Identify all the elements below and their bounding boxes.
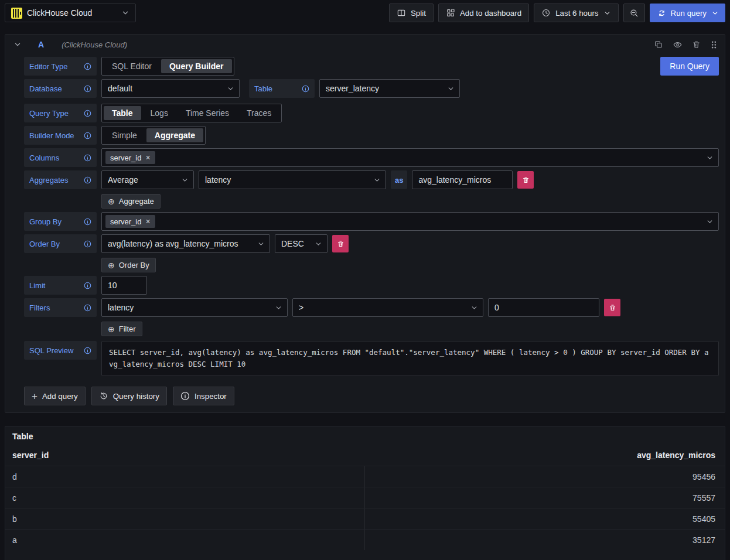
query-type-table[interactable]: Table bbox=[104, 106, 141, 120]
add-aggregate-button[interactable]: ⊕ Aggregate bbox=[101, 194, 161, 209]
info-icon[interactable] bbox=[84, 282, 91, 289]
info-icon[interactable] bbox=[302, 85, 309, 93]
chevron-down-icon bbox=[121, 9, 129, 17]
cell-avg-latency: 55405 bbox=[365, 508, 725, 529]
filter-operator-select[interactable]: > bbox=[292, 298, 483, 317]
info-icon[interactable] bbox=[84, 218, 91, 226]
panel-title: Table bbox=[5, 426, 725, 445]
drag-handle-icon[interactable] bbox=[710, 40, 718, 49]
chevron-down-icon bbox=[706, 154, 714, 162]
builder-mode-simple[interactable]: Simple bbox=[104, 128, 145, 142]
columns-label: Columns bbox=[24, 148, 97, 167]
order-by-label: Order By bbox=[24, 234, 97, 253]
editor-type-label: Editor Type bbox=[24, 57, 97, 76]
add-to-dashboard-button[interactable]: Add to dashboard bbox=[438, 4, 529, 22]
builder-mode-row: Builder Mode Simple Aggregate bbox=[24, 126, 719, 145]
remove-filter-button[interactable] bbox=[604, 299, 620, 316]
add-filter-button[interactable]: ⊕ Filter bbox=[101, 322, 142, 336]
filters-label: Filters bbox=[24, 298, 97, 317]
explore-toolbar: ClickHouse Cloud Split Add to dashboard … bbox=[0, 0, 730, 26]
zoom-out-time-button[interactable] bbox=[623, 4, 645, 22]
remove-pill-icon[interactable]: × bbox=[145, 217, 150, 226]
filter-value-input[interactable] bbox=[488, 298, 599, 317]
column-header-avg-latency[interactable]: avg_latency_micros bbox=[365, 450, 725, 460]
remove-pill-icon[interactable]: × bbox=[145, 153, 150, 162]
order-by-field-select[interactable]: avg(latency) as avg_latency_micros bbox=[101, 234, 270, 253]
toggle-visibility-icon[interactable] bbox=[673, 40, 683, 50]
query-builder-body: Editor Type SQL Editor Query Builder Run… bbox=[5, 54, 725, 412]
run-query-label: Run query bbox=[671, 9, 707, 18]
group-by-multiselect[interactable]: server_id × bbox=[101, 212, 719, 231]
query-ref-id[interactable]: A bbox=[38, 40, 44, 49]
info-icon[interactable] bbox=[84, 304, 91, 312]
datasource-picker[interactable]: ClickHouse Cloud bbox=[5, 4, 136, 22]
database-select[interactable]: default bbox=[101, 79, 240, 98]
info-icon[interactable] bbox=[84, 176, 91, 184]
sync-icon bbox=[657, 9, 666, 18]
query-row-actions bbox=[654, 40, 718, 50]
remove-aggregate-button[interactable] bbox=[517, 171, 534, 189]
info-icon[interactable] bbox=[84, 240, 91, 248]
trash-icon bbox=[522, 176, 530, 184]
add-order-by-row: ⊕ Order By bbox=[101, 258, 719, 272]
query-type-logs[interactable]: Logs bbox=[142, 106, 176, 120]
info-icon[interactable] bbox=[84, 154, 91, 162]
add-circle-icon: ⊕ bbox=[108, 325, 115, 333]
add-circle-icon: ⊕ bbox=[108, 261, 115, 269]
chevron-down-icon bbox=[447, 85, 455, 93]
run-query-button[interactable]: Run query bbox=[650, 4, 726, 22]
info-icon[interactable] bbox=[84, 63, 91, 70]
chevron-down-icon bbox=[706, 218, 714, 226]
delete-query-icon[interactable] bbox=[692, 40, 701, 49]
info-icon[interactable] bbox=[84, 85, 91, 93]
aggregate-function-select[interactable]: Average bbox=[101, 170, 194, 189]
info-icon[interactable] bbox=[84, 132, 91, 139]
add-query-button[interactable]: + Add query bbox=[24, 387, 86, 405]
aggregate-column-select[interactable]: latency bbox=[199, 170, 386, 189]
split-button[interactable]: Split bbox=[389, 4, 434, 22]
chevron-down-icon bbox=[257, 240, 265, 248]
collapse-chevron-icon[interactable] bbox=[13, 40, 22, 49]
inspector-button[interactable]: Inspector bbox=[173, 387, 234, 405]
query-history-button[interactable]: Query history bbox=[91, 387, 167, 405]
filter-column-select[interactable]: latency bbox=[101, 298, 288, 317]
table-label: Table bbox=[249, 79, 315, 98]
query-type-time-series[interactable]: Time Series bbox=[178, 106, 237, 120]
duplicate-query-icon[interactable] bbox=[654, 40, 663, 49]
remove-order-by-button[interactable] bbox=[332, 235, 349, 252]
add-order-by-button[interactable]: ⊕ Order By bbox=[101, 258, 156, 272]
limit-input[interactable] bbox=[101, 276, 147, 295]
columns-multiselect[interactable]: server_id × bbox=[101, 148, 719, 167]
datasource-hint: (ClickHouse Cloud) bbox=[62, 40, 127, 49]
chevron-down-icon bbox=[181, 176, 189, 184]
table-row: d 95456 bbox=[5, 466, 725, 487]
builder-mode-aggregate[interactable]: Aggregate bbox=[146, 128, 203, 142]
column-header-server-id[interactable]: server_id bbox=[5, 450, 365, 460]
builder-mode-switch: Simple Aggregate bbox=[101, 126, 206, 145]
table-header-row: server_id avg_latency_micros bbox=[5, 445, 725, 466]
sql-preview-text: SELECT server_id, avg(latency) as avg_la… bbox=[109, 347, 711, 370]
chevron-down-icon[interactable] bbox=[711, 9, 719, 17]
sql-editor-option[interactable]: SQL Editor bbox=[104, 59, 160, 73]
group-by-label: Group By bbox=[24, 212, 97, 231]
columns-row: Columns server_id × bbox=[24, 148, 719, 167]
time-range-picker[interactable]: Last 6 hours bbox=[534, 4, 618, 22]
chevron-down-icon bbox=[470, 304, 478, 312]
query-builder-option[interactable]: Query Builder bbox=[161, 59, 232, 73]
info-icon[interactable] bbox=[84, 347, 91, 354]
editor-run-query-button[interactable]: Run Query bbox=[660, 57, 719, 76]
aggregate-alias-input[interactable] bbox=[412, 170, 513, 189]
query-type-traces[interactable]: Traces bbox=[238, 106, 279, 120]
info-icon[interactable] bbox=[84, 110, 91, 117]
aggregates-row: Aggregates Average latency as bbox=[24, 170, 719, 189]
cell-server-id: b bbox=[5, 508, 365, 529]
query-type-row: Query Type Table Logs Time Series Traces bbox=[24, 104, 719, 122]
editor-type-row: Editor Type SQL Editor Query Builder Run… bbox=[24, 57, 719, 76]
group-by-row: Group By server_id × bbox=[24, 212, 719, 231]
as-label: as bbox=[391, 170, 407, 189]
table-select[interactable]: server_latency bbox=[319, 79, 460, 98]
chevron-down-icon bbox=[315, 240, 322, 248]
trash-icon bbox=[609, 304, 616, 312]
cell-avg-latency: 75557 bbox=[365, 487, 725, 508]
order-by-direction-select[interactable]: DESC bbox=[275, 234, 328, 253]
